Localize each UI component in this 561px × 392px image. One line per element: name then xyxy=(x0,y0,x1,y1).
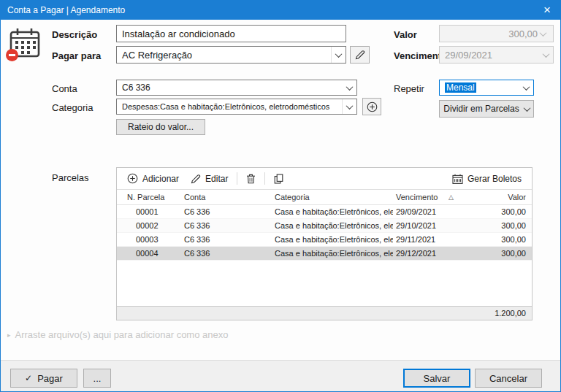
drag-hint-chevron-icon: ▸ xyxy=(7,331,11,339)
header-vencimento-label: Vencimento xyxy=(396,193,438,201)
pencil-icon xyxy=(355,50,365,60)
valor-spinner-icon xyxy=(538,31,548,36)
editar-label: Editar xyxy=(205,174,228,184)
schedule-payment-icon xyxy=(8,27,43,61)
gerar-boletos-label: Gerar Boletos xyxy=(468,174,522,184)
cell-categoria: Casa e habitação:Eletrônicos, eletr xyxy=(269,207,393,216)
chevron-down-icon xyxy=(523,104,530,112)
titlebar[interactable]: Conta a Pagar | Agendamento × xyxy=(1,1,560,20)
chevron-down-icon[interactable] xyxy=(331,47,346,63)
header-categoria[interactable]: Categoria xyxy=(269,193,393,201)
cell-n-parcela: 00001 xyxy=(117,207,180,216)
conta-a-pagar-dialog: Conta a Pagar | Agendamento × Descrição … xyxy=(0,0,561,392)
gerar-boletos-button[interactable]: Gerar Boletos xyxy=(446,170,527,188)
cell-valor: 300,00 xyxy=(456,249,532,258)
categoria-combobox[interactable]: Despesas:Casa e habitação:Eletrônicos, e… xyxy=(116,99,357,115)
table-row-selected[interactable]: 00004 C6 336 Casa e habitação:Eletrônico… xyxy=(117,247,532,261)
remove-badge-icon xyxy=(6,49,18,61)
vencimento-value: 29/09/2021 xyxy=(440,50,538,61)
rateio-valor-label: Rateio do valor... xyxy=(128,122,194,132)
more-options-button[interactable]: ... xyxy=(83,369,111,388)
close-icon[interactable]: × xyxy=(534,1,560,20)
cancelar-button[interactable]: Cancelar xyxy=(475,369,542,388)
table-row[interactable]: 00002 C6 336 Casa e habitação:Eletrônico… xyxy=(117,219,532,233)
parcelas-toolbar: Adicionar Editar xyxy=(117,168,532,190)
conta-label: Conta xyxy=(52,83,77,94)
valor-label: Valor xyxy=(394,29,417,40)
adicionar-button[interactable]: Adicionar xyxy=(121,170,185,188)
cell-vencimento: 29/11/2021 xyxy=(393,235,456,244)
edit-payee-button[interactable] xyxy=(350,46,370,64)
dividir-parcelas-label: Dividir em Parcelas xyxy=(443,104,519,114)
descricao-label: Descrição xyxy=(52,29,97,40)
duplicate-parcela-button[interactable] xyxy=(268,170,289,188)
repetir-label: Repetir xyxy=(394,83,424,94)
cell-valor: 300,00 xyxy=(456,207,532,216)
copy-icon xyxy=(274,174,283,184)
trash-icon xyxy=(246,174,256,184)
parcelas-total-row: 1.200,00 xyxy=(117,306,532,320)
parcelas-total-value: 1.200,00 xyxy=(495,309,526,318)
attachment-drop-zone[interactable]: ▸ Arraste arquivo(s) aqui para adicionar… xyxy=(7,329,228,340)
window-title: Conta a Pagar | Agendamento xyxy=(7,5,125,15)
table-row[interactable]: 00001 C6 336 Casa e habitação:Eletrônico… xyxy=(117,205,532,219)
chevron-down-icon[interactable] xyxy=(342,99,356,114)
pagar-button[interactable]: ✓ Pagar xyxy=(10,369,77,388)
delete-parcela-button[interactable] xyxy=(240,170,262,188)
plus-circle-icon xyxy=(367,101,378,112)
cell-vencimento: 29/12/2021 xyxy=(393,249,456,258)
cell-n-parcela: 00002 xyxy=(117,221,180,230)
valor-field: 300,00 xyxy=(439,25,554,42)
table-row[interactable]: 00003 C6 336 Casa e habitação:Eletrônico… xyxy=(117,233,532,247)
parcelas-table-header: N. Parcela Conta Categoria Vencimento △ … xyxy=(117,190,532,205)
boleto-calendar-icon xyxy=(452,174,463,184)
parcelas-label: Parcelas xyxy=(52,172,89,183)
chevron-down-icon[interactable] xyxy=(519,80,533,95)
descricao-input[interactable] xyxy=(116,25,346,42)
ellipsis-icon: ... xyxy=(94,373,102,384)
header-n-parcela[interactable]: N. Parcela xyxy=(117,193,180,201)
conta-value: C6 336 xyxy=(117,82,342,93)
cell-conta: C6 336 xyxy=(180,221,269,230)
chevron-down-icon xyxy=(538,47,553,63)
cell-categoria: Casa e habitação:Eletrônicos, eletr xyxy=(269,235,393,244)
chevron-down-icon[interactable] xyxy=(342,80,356,95)
categoria-label: Categoria xyxy=(52,102,93,113)
pencil-icon xyxy=(191,174,201,184)
vencimento-combobox: 29/09/2021 xyxy=(439,46,554,64)
categoria-value: Despesas:Casa e habitação:Eletrônicos, e… xyxy=(117,102,342,111)
cancelar-label: Cancelar xyxy=(489,373,527,384)
editar-button[interactable]: Editar xyxy=(185,170,234,188)
add-categoria-button[interactable] xyxy=(362,98,381,115)
bottom-bar: ✓ Pagar ... Salvar Cancelar xyxy=(1,360,560,391)
cell-vencimento: 29/09/2021 xyxy=(393,207,456,216)
rateio-valor-button[interactable]: Rateio do valor... xyxy=(116,119,205,135)
cell-vencimento: 29/10/2021 xyxy=(393,221,456,230)
pagar-para-label: Pagar para xyxy=(52,50,101,61)
cell-categoria: Casa e habitação:Eletrônicos, eletr xyxy=(269,249,393,258)
pagar-label: Pagar xyxy=(37,373,63,384)
toolbar-separator xyxy=(264,172,265,185)
salvar-button[interactable]: Salvar xyxy=(403,369,470,388)
adicionar-label: Adicionar xyxy=(142,174,179,184)
repetir-value: Mensal xyxy=(440,82,519,93)
cell-categoria: Casa e habitação:Eletrônicos, eletr xyxy=(269,221,393,230)
valor-value: 300,00 xyxy=(445,28,538,39)
sort-asc-icon: △ xyxy=(449,193,454,201)
pagar-para-combobox[interactable]: AC Refrigeração xyxy=(116,46,346,64)
conta-combobox[interactable]: C6 336 xyxy=(116,80,357,96)
pagar-para-value: AC Refrigeração xyxy=(117,50,331,61)
dividir-parcelas-button[interactable]: Dividir em Parcelas xyxy=(439,100,534,118)
cell-valor: 300,00 xyxy=(456,235,532,244)
header-conta[interactable]: Conta xyxy=(180,193,269,201)
parcelas-panel: Adicionar Editar xyxy=(116,167,533,320)
salvar-label: Salvar xyxy=(424,373,451,384)
parcelas-table-body: 00001 C6 336 Casa e habitação:Eletrônico… xyxy=(117,205,532,261)
header-vencimento[interactable]: Vencimento △ xyxy=(393,193,456,201)
toolbar-separator xyxy=(237,172,237,185)
repetir-combobox[interactable]: Mensal xyxy=(439,80,534,96)
header-valor[interactable]: Valor xyxy=(456,193,532,201)
cell-n-parcela: 00003 xyxy=(117,235,180,244)
cell-valor: 300,00 xyxy=(456,221,532,230)
plus-circle-icon xyxy=(127,173,138,184)
